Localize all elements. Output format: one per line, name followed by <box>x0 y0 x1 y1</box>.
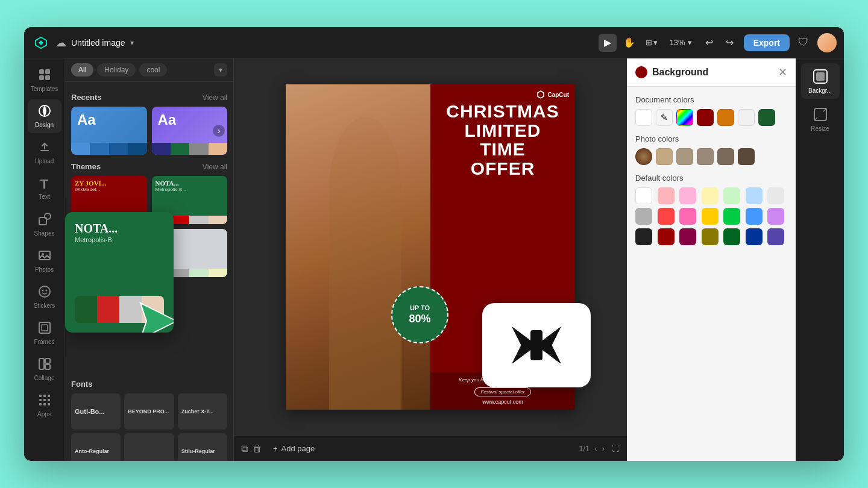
sidebar-item-collage[interactable]: Collage <box>28 352 61 386</box>
recents-view-all[interactable]: View all <box>203 93 227 102</box>
font-card-3[interactable]: Zucber X-T... <box>178 393 227 430</box>
hand-tool-btn[interactable]: ✋ <box>620 34 638 52</box>
sidebar-item-stickers[interactable]: Stickers <box>28 280 61 314</box>
mini-panel-background[interactable]: Backgr... <box>801 63 840 99</box>
photo-colors-title: Photo colors <box>635 134 787 143</box>
doc-colors-title: Document colors <box>635 95 787 104</box>
filter-bar: All Holiday cool ▾ <box>65 58 233 82</box>
svg-rect-24 <box>43 403 46 405</box>
undo-btn[interactable]: ↩ <box>700 34 719 52</box>
svg-rect-18 <box>43 395 46 397</box>
user-avatar[interactable] <box>817 33 837 52</box>
layout-tool-btn[interactable]: ⊞ ▾ <box>642 36 661 49</box>
duplicate-icon[interactable]: ⧉ <box>241 443 248 454</box>
photo-color-1[interactable] <box>635 148 652 165</box>
dc-green-light[interactable] <box>723 187 740 204</box>
photo-color-2[interactable] <box>656 148 673 165</box>
sidebar-item-text[interactable]: T Text <box>28 172 61 205</box>
doc-title-chevron[interactable]: ▾ <box>130 39 134 47</box>
filter-all[interactable]: All <box>71 63 93 77</box>
dc-green[interactable] <box>723 208 740 225</box>
filter-cool[interactable]: cool <box>139 63 167 77</box>
dc-red[interactable] <box>658 208 675 225</box>
prev-page-icon[interactable]: ‹ <box>594 444 597 453</box>
page-counter: 1/1 ‹ › ⛶ <box>579 444 620 453</box>
canvas-bottom-bar: ⧉ 🗑 + Add page 1/1 ‹ › ⛶ <box>234 436 627 461</box>
background-mini-icon <box>812 68 829 85</box>
next-page-icon[interactable]: › <box>602 444 605 453</box>
dc-yellow-light[interactable] <box>702 187 719 204</box>
capcut-logo-canvas: CapCut <box>536 90 569 99</box>
recent-card-2[interactable]: Aa › <box>152 107 228 155</box>
export-button[interactable]: Export <box>744 34 790 51</box>
photo-color-5[interactable] <box>717 148 734 165</box>
font-card-6[interactable]: Stilu-Regular <box>178 433 227 461</box>
dc-purple[interactable] <box>767 208 784 225</box>
svg-rect-16 <box>45 364 50 369</box>
dc-dark-blue[interactable] <box>746 228 763 245</box>
templates-label: Templates <box>31 86 58 92</box>
sidebar-item-shapes[interactable]: Shapes <box>28 208 61 242</box>
doc-color-light[interactable] <box>738 109 755 126</box>
sidebar-item-templates[interactable]: Templates <box>28 63 61 97</box>
sidebar-item-design[interactable]: Design <box>28 99 61 133</box>
add-page-button[interactable]: + Add page <box>267 442 321 455</box>
gradient-picker[interactable] <box>676 109 693 126</box>
dc-gray[interactable] <box>635 208 652 225</box>
zoom-control[interactable]: 13% ▾ <box>665 36 697 49</box>
sidebar-item-upload[interactable]: Upload <box>28 136 61 169</box>
close-background-panel[interactable]: ✕ <box>778 66 787 79</box>
filter-holiday[interactable]: Holiday <box>97 63 136 77</box>
background-panel-content: Document colors ✎ Photo colors <box>627 87 796 461</box>
dc-hot-pink[interactable] <box>679 208 696 225</box>
popup-arrow <box>134 297 174 333</box>
sidebar-item-apps[interactable]: Apps <box>28 389 61 422</box>
font-card-5[interactable] <box>124 433 174 461</box>
dc-blue-light[interactable] <box>746 187 763 204</box>
mini-panel-resize[interactable]: Resize <box>801 101 840 137</box>
dc-gray-light[interactable] <box>767 187 784 204</box>
eyedrop-tool[interactable]: ✎ <box>656 109 673 126</box>
shield-icon[interactable]: 🛡 <box>794 34 813 52</box>
delete-icon[interactable]: 🗑 <box>253 443 262 454</box>
card-aa-2: Aa <box>158 111 177 128</box>
font-card-4[interactable]: Anto-Regular <box>71 433 121 461</box>
dc-white[interactable] <box>635 187 652 204</box>
dc-black[interactable] <box>635 228 652 245</box>
doc-colors-row: ✎ <box>635 109 787 126</box>
recent-card-1[interactable]: Aa <box>71 107 147 155</box>
design-icon <box>38 104 51 119</box>
doc-color-white[interactable] <box>635 109 652 126</box>
themes-view-all[interactable]: View all <box>203 163 227 171</box>
dc-dark-yellow[interactable] <box>702 228 719 245</box>
cursor-tool-btn[interactable]: ▶ <box>599 34 617 52</box>
doc-color-orange[interactable] <box>717 109 734 126</box>
doc-color-dark-green[interactable] <box>758 109 775 126</box>
sidebar-item-frames[interactable]: Frames <box>28 316 61 350</box>
fonts-header: Fonts <box>71 380 227 389</box>
font-card-1[interactable]: Guti-Bo... <box>71 393 121 430</box>
dc-dark-green[interactable] <box>723 228 740 245</box>
filter-dropdown[interactable]: ▾ <box>214 63 227 77</box>
redo-btn[interactable]: ↪ <box>721 34 739 52</box>
photo-color-4[interactable] <box>697 148 714 165</box>
dc-yellow[interactable] <box>702 208 719 225</box>
card-palette-2 <box>152 143 228 155</box>
upload-label: Upload <box>35 158 54 164</box>
doc-color-dark-red[interactable] <box>697 109 714 126</box>
photo-color-6[interactable] <box>738 148 755 165</box>
card-aa-1: Aa <box>77 111 96 128</box>
dc-pink-light[interactable] <box>658 187 675 204</box>
dc-blue[interactable] <box>746 208 763 225</box>
fullscreen-icon[interactable]: ⛶ <box>612 444 620 453</box>
svg-rect-19 <box>48 395 50 397</box>
dc-pink[interactable] <box>679 187 696 204</box>
font-card-2[interactable]: BEYOND PRO... <box>124 393 174 430</box>
photo-color-3[interactable] <box>676 148 693 165</box>
dc-dark-pink[interactable] <box>679 228 696 245</box>
theme-2-text: NOTA... <box>156 180 224 187</box>
dc-dark-red[interactable] <box>658 228 675 245</box>
sidebar-item-photos[interactable]: Photos <box>28 244 61 278</box>
person-overlay <box>329 117 401 410</box>
dc-dark-purple[interactable] <box>767 228 784 245</box>
